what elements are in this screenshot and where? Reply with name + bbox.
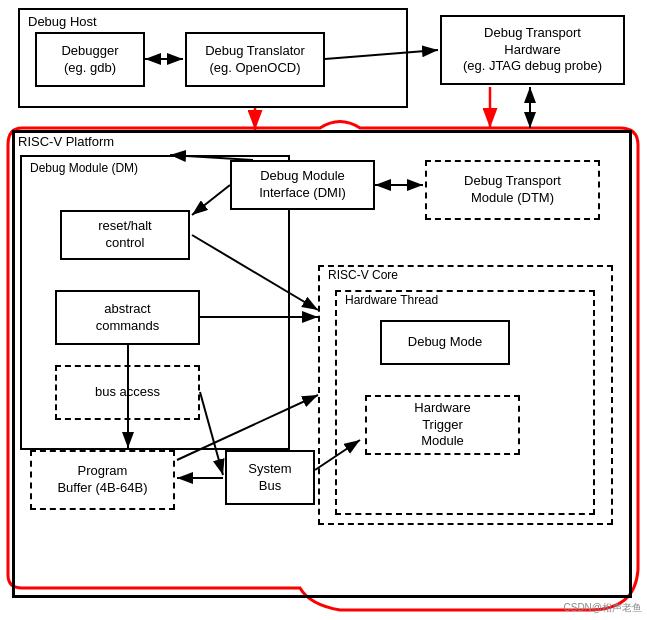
translator-label: Debug Translator (eg. OpenOCD) xyxy=(205,43,305,77)
dtransport-hw-box: Debug Transport Hardware (eg. JTAG debug… xyxy=(440,15,625,85)
diagram-container: Debug Host Debugger (eg. gdb) Debug Tran… xyxy=(0,0,647,620)
dmi-label: Debug Module Interface (DMI) xyxy=(259,168,346,202)
debugger-box: Debugger (eg. gdb) xyxy=(35,32,145,87)
debug-host-label: Debug Host xyxy=(28,14,97,29)
debug-module-label: Debug Module (DM) xyxy=(30,161,138,175)
bus-access-label: bus access xyxy=(95,384,160,401)
hw-trigger-label: Hardware Trigger Module xyxy=(414,400,470,451)
dtm-box: Debug Transport Module (DTM) xyxy=(425,160,600,220)
debugger-label: Debugger (eg. gdb) xyxy=(61,43,118,77)
reset-halt-box: reset/halt control xyxy=(60,210,190,260)
abstract-commands-label: abstract commands xyxy=(96,301,160,335)
translator-box: Debug Translator (eg. OpenOCD) xyxy=(185,32,325,87)
prog-buffer-box: Program Buffer (4B-64B) xyxy=(30,450,175,510)
debug-mode-label: Debug Mode xyxy=(408,334,482,351)
dtransport-hw-label: Debug Transport Hardware (eg. JTAG debug… xyxy=(463,25,602,76)
bus-access-box: bus access xyxy=(55,365,200,420)
dtm-label: Debug Transport Module (DTM) xyxy=(464,173,561,207)
abstract-commands-box: abstract commands xyxy=(55,290,200,345)
prog-buffer-label: Program Buffer (4B-64B) xyxy=(57,463,147,497)
watermark: CSDN@相声老鱼 xyxy=(564,601,643,615)
hw-trigger-box: Hardware Trigger Module xyxy=(365,395,520,455)
debug-mode-box: Debug Mode xyxy=(380,320,510,365)
system-bus-label: System Bus xyxy=(248,461,291,495)
system-bus-box: System Bus xyxy=(225,450,315,505)
dmi-box: Debug Module Interface (DMI) xyxy=(230,160,375,210)
reset-halt-label: reset/halt control xyxy=(98,218,151,252)
